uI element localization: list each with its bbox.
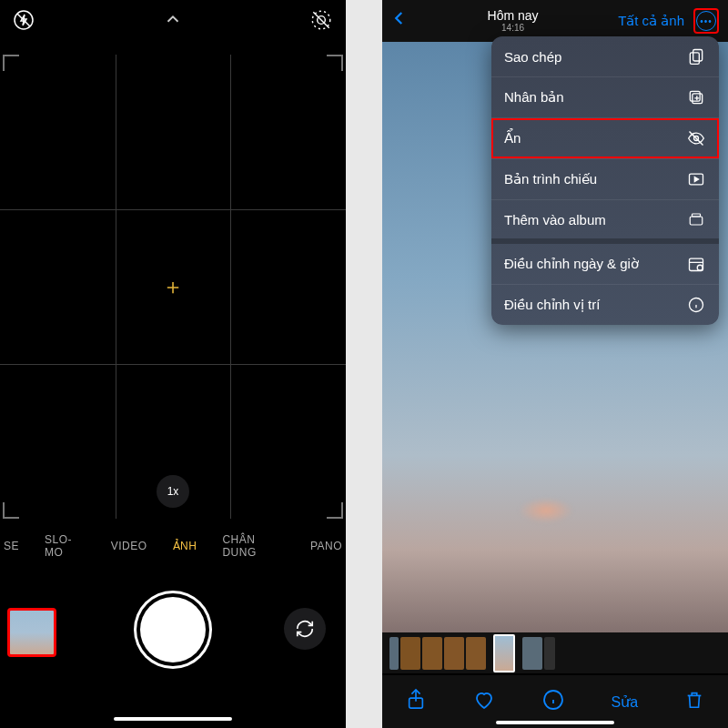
- calendar-icon: [686, 255, 706, 273]
- svg-rect-12: [690, 217, 703, 225]
- thumb[interactable]: [466, 637, 486, 670]
- edit-button[interactable]: Sửa: [611, 693, 638, 711]
- info-icon: [686, 296, 706, 314]
- live-photo-off-icon[interactable]: [309, 8, 333, 32]
- camera-topbar: [0, 0, 346, 40]
- hidden-icon: [686, 129, 706, 147]
- svg-rect-5: [693, 50, 703, 62]
- last-photo-thumbnail[interactable]: [7, 608, 56, 657]
- context-menu: Sao chépNhân bảnẨnBản trình chiếuThêm và…: [491, 36, 719, 325]
- viewfinder-corner: [327, 502, 343, 519]
- camera-mode-scroller[interactable]: SESLO-MOVIDEOẢNHCHÂN DUNGPANO: [0, 532, 346, 560]
- menu-item-label: Sao chép: [504, 49, 561, 65]
- slideshow-icon: [686, 170, 706, 188]
- svg-line-4: [313, 12, 329, 27]
- photo-content: [519, 498, 573, 523]
- grid-line: [230, 55, 231, 519]
- home-indicator[interactable]: [114, 717, 232, 721]
- zoom-button[interactable]: 1x: [157, 475, 189, 508]
- menu-item-label: Thêm vào album: [504, 212, 606, 228]
- info-button[interactable]: [542, 689, 564, 714]
- grid-line: [0, 209, 346, 210]
- svg-point-16: [697, 265, 703, 270]
- viewfinder-corner: [3, 55, 19, 71]
- viewfinder-corner: [327, 55, 343, 71]
- back-button[interactable]: [391, 8, 408, 34]
- svg-rect-6: [690, 53, 699, 65]
- viewfinder-corner: [3, 502, 19, 519]
- thumb[interactable]: [522, 637, 542, 670]
- flip-camera-button[interactable]: [284, 608, 326, 650]
- menu-item-slideshow[interactable]: Bản trình chiếu: [491, 159, 719, 200]
- camera-mode-ảnh[interactable]: ẢNH: [173, 540, 197, 552]
- thumb[interactable]: [444, 637, 464, 670]
- camera-screen: ＋ 1x SESLO-MOVIDEOẢNHCHÂN DUNGPANO: [0, 0, 346, 728]
- home-indicator[interactable]: [496, 721, 614, 724]
- thumb[interactable]: [422, 637, 442, 670]
- camera-viewfinder[interactable]: ＋ 1x: [0, 55, 346, 519]
- shutter-button[interactable]: [140, 597, 206, 662]
- title-text: Hôm nay: [488, 8, 539, 23]
- header-title: Hôm nay 14:16: [488, 9, 539, 33]
- grid-line: [0, 364, 346, 365]
- selected-thumb[interactable]: [493, 634, 515, 672]
- thumb[interactable]: [544, 637, 555, 670]
- camera-mode-chân dung[interactable]: CHÂN DUNG: [222, 533, 284, 559]
- menu-item-calendar[interactable]: Điều chỉnh ngày & giờ: [491, 244, 719, 285]
- thumb[interactable]: [389, 637, 399, 670]
- menu-item-label: Ẩn: [504, 130, 521, 147]
- menu-item-label: Bản trình chiếu: [504, 171, 597, 187]
- thumbnail-strip[interactable]: [382, 632, 728, 673]
- grid-line: [116, 55, 116, 519]
- camera-bottombar: [0, 573, 346, 728]
- menu-item-label: Nhân bản: [504, 89, 564, 106]
- svg-rect-8: [690, 91, 700, 101]
- favorite-button[interactable]: [472, 689, 496, 714]
- menu-item-copy[interactable]: Sao chép: [491, 36, 719, 77]
- trash-button[interactable]: [684, 689, 704, 714]
- menu-item-label: Điều chỉnh ngày & giờ: [504, 256, 639, 272]
- title-subtitle: 14:16: [488, 23, 539, 33]
- thumb[interactable]: [400, 637, 420, 670]
- menu-item-hidden[interactable]: Ẩn: [491, 118, 719, 159]
- copy-icon: [686, 47, 706, 66]
- svg-rect-13: [693, 214, 701, 217]
- menu-item-album[interactable]: Thêm vào album: [491, 200, 719, 244]
- album-icon: [686, 211, 706, 228]
- all-photos-button[interactable]: Tất cả ảnh: [618, 13, 684, 29]
- duplicate-icon: [686, 88, 706, 106]
- camera-mode-video[interactable]: VIDEO: [111, 540, 147, 552]
- menu-item-info[interactable]: Điều chỉnh vị trí: [491, 285, 719, 325]
- ellipsis-icon: •••: [696, 11, 716, 31]
- more-options-button[interactable]: •••: [693, 8, 719, 34]
- camera-mode-slo-mo[interactable]: SLO-MO: [45, 533, 86, 559]
- camera-mode-se[interactable]: SE: [4, 540, 19, 552]
- chevron-up-icon[interactable]: [163, 9, 183, 33]
- menu-item-duplicate[interactable]: Nhân bản: [491, 77, 719, 118]
- share-button[interactable]: [406, 688, 426, 715]
- menu-item-label: Điều chỉnh vị trí: [504, 297, 600, 313]
- camera-mode-pano[interactable]: PANO: [310, 540, 342, 552]
- photos-screen: Hôm nay 14:16 Tất cả ảnh ••• Sao chépNhâ…: [382, 0, 728, 728]
- flash-off-icon[interactable]: [13, 9, 35, 31]
- focus-reticle-icon: ＋: [162, 272, 184, 301]
